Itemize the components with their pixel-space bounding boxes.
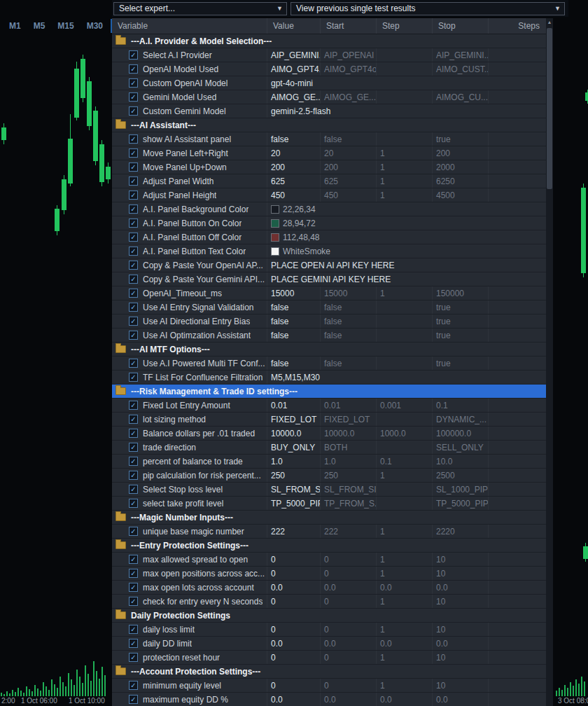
group-row[interactable]: ---Risk Management & Trade ID settings--… [112, 385, 546, 399]
group-row[interactable]: ---A.I. Provider & Model Selection--- [112, 34, 546, 48]
group-row[interactable]: Daily Protection Settings [112, 609, 546, 623]
param-row[interactable]: ✓Copy & Paste Your OpenAI AP...PLACE OPE… [112, 258, 546, 272]
group-row[interactable]: ---AI MTF Options--- [112, 342, 546, 357]
checkbox[interactable]: ✓ [129, 555, 138, 564]
checkbox[interactable]: ✓ [129, 176, 138, 186]
param-row[interactable]: ✓select take profit levelTP_5000_PIPSTP_… [112, 497, 546, 511]
checkbox[interactable]: ✓ [129, 583, 138, 592]
column-header-start[interactable]: Start [321, 18, 377, 34]
param-row[interactable]: ✓max open lots across account0.00.00.00.… [112, 581, 546, 595]
checkbox[interactable]: ✓ [129, 527, 138, 536]
checkbox[interactable]: ✓ [129, 78, 138, 88]
param-row[interactable]: ✓Fixed Lot Entry Amount0.010.010.0010.1 [112, 399, 546, 413]
scrollbar-thumb[interactable] [547, 28, 552, 189]
param-row[interactable]: ✓max open positions across acc...00110 [112, 567, 546, 581]
param-row[interactable]: ✓daily DD limit0.00.00.00.0 [112, 637, 546, 651]
param-row[interactable]: ✓daily loss limit00110 [112, 623, 546, 637]
column-header-variable[interactable]: Variable [112, 18, 267, 34]
view-results-dropdown[interactable]: View previous single test results ▼ [290, 2, 565, 15]
timeframe-button-m1[interactable]: M1 [4, 19, 26, 33]
checkbox[interactable]: ✓ [129, 92, 138, 102]
param-row[interactable]: ✓Custom Gemini Modelgemini-2.5-flash [112, 104, 546, 118]
checkbox[interactable]: ✓ [129, 443, 138, 452]
checkbox[interactable]: ✓ [129, 303, 138, 312]
checkbox[interactable]: ✓ [129, 247, 138, 256]
checkbox[interactable]: ✓ [129, 134, 138, 144]
checkbox[interactable]: ✓ [129, 64, 138, 74]
param-row[interactable]: ✓Use AI Optimzation Assistantfalsefalset… [112, 328, 546, 342]
checkbox[interactable]: ✓ [129, 317, 138, 326]
param-row[interactable]: ✓TF List For Confluence FiltrationM5,M15… [112, 371, 546, 385]
param-row[interactable]: ✓lot sizing methodFIXED_LOTFIXED_LOTDYNA… [112, 413, 546, 427]
checkbox[interactable]: ✓ [129, 485, 138, 494]
timeframe-button-m5[interactable]: M5 [29, 19, 50, 33]
column-header-steps[interactable]: Steps [489, 18, 546, 34]
param-row[interactable]: ✓Custom OpenAI Modelgpt-4o-mini [112, 76, 546, 90]
param-row[interactable]: ✓Copy & Paste Your Gemini API...PLACE GE… [112, 272, 546, 286]
param-row[interactable]: ✓protection reset hour00110 [112, 651, 546, 665]
param-row[interactable]: ✓A.I. Panel Button Off Color112,48,48 [112, 230, 546, 244]
param-row[interactable]: ✓pip calculation for risk percent...2502… [112, 469, 546, 483]
checkbox[interactable]: ✓ [129, 219, 138, 228]
group-row[interactable]: ---Account Protection Settings--- [112, 665, 546, 679]
param-row[interactable]: ✓trade directionBUY_ONLYBOTHSELL_ONLY [112, 441, 546, 455]
group-row[interactable]: ---Magic Number Inputs--- [112, 511, 546, 525]
checkbox[interactable]: ✓ [129, 625, 138, 634]
checkbox[interactable]: ✓ [129, 499, 138, 508]
checkbox[interactable]: ✓ [129, 401, 138, 410]
checkbox[interactable]: ✓ [129, 639, 138, 648]
param-row[interactable]: ✓Gemini Model UsedAIMOG_GE...AIMOG_GE...… [112, 90, 546, 104]
param-row[interactable]: ✓Adjust Panel Width62562516250 [112, 174, 546, 188]
param-row[interactable]: ✓minimum equity level00110 [112, 679, 546, 693]
timeframe-button-m30[interactable]: M30 [82, 19, 108, 33]
checkbox[interactable]: ✓ [129, 569, 138, 578]
param-row[interactable]: ✓A.I. Panel Button On Color28,94,72 [112, 216, 546, 230]
param-row[interactable]: ✓Use A.I Powered Multi TF Conf...falsefa… [112, 357, 546, 371]
param-row[interactable]: ✓show AI Assistant panelfalsefalsetrue [112, 132, 546, 146]
param-row[interactable]: ✓OpenAI Model UsedAIMO_GPT4...AIMO_GPT4o… [112, 62, 546, 76]
checkbox[interactable]: ✓ [129, 233, 138, 242]
checkbox[interactable]: ✓ [129, 275, 138, 284]
checkbox[interactable]: ✓ [129, 457, 138, 466]
param-row[interactable]: ✓Move Panel Up+Down20020012000 [112, 160, 546, 174]
checkbox[interactable]: ✓ [129, 695, 138, 704]
checkbox[interactable]: ✓ [129, 681, 138, 690]
param-row[interactable]: ✓check for entry every N seconds00110 [112, 595, 546, 609]
group-row[interactable]: ---AI Assistant--- [112, 118, 546, 132]
checkbox[interactable]: ✓ [129, 261, 138, 270]
checkbox[interactable]: ✓ [129, 162, 138, 172]
checkbox[interactable]: ✓ [129, 471, 138, 480]
param-row[interactable]: ✓Move Panel Left+Right20201200 [112, 146, 546, 160]
param-row[interactable]: ✓Balance dollars per .01 traded10000.010… [112, 427, 546, 441]
checkbox[interactable]: ✓ [129, 106, 138, 116]
param-row[interactable]: ✓Select A.I ProviderAIP_GEMINI...AIP_OPE… [112, 48, 546, 62]
checkbox[interactable]: ✓ [129, 50, 138, 60]
param-row[interactable]: ✓Adjust Panel Height45045014500 [112, 188, 546, 202]
param-row[interactable]: ✓unique base magic number22222212220 [112, 525, 546, 539]
checkbox[interactable]: ✓ [129, 205, 138, 214]
group-row[interactable]: ---Entry Protection Settings--- [112, 539, 546, 553]
param-row[interactable]: ✓Use AI Entry Signal Validationfalsefals… [112, 300, 546, 314]
column-header-stop[interactable]: Stop [433, 18, 489, 34]
checkbox[interactable]: ✓ [129, 289, 138, 298]
scrollbar[interactable]: ▲ [546, 18, 553, 706]
param-row[interactable]: ✓Use AI Directional Entry Biasfalsefalse… [112, 314, 546, 328]
checkbox[interactable]: ✓ [129, 331, 138, 340]
column-header-value[interactable]: Value [267, 18, 321, 34]
param-row[interactable]: ✓Select Stop loss levelSL_FROM_SI...SL_F… [112, 483, 546, 497]
checkbox[interactable]: ✓ [129, 597, 138, 606]
checkbox[interactable]: ✓ [129, 429, 138, 438]
param-row[interactable]: ✓A.I. Panel Button Text ColorWhiteSmoke [112, 244, 546, 258]
param-row[interactable]: ✓percent of balance to trade1.01.00.110.… [112, 455, 546, 469]
timeframe-button-m15[interactable]: M15 [52, 19, 78, 33]
checkbox[interactable]: ✓ [129, 148, 138, 158]
scroll-up-icon[interactable]: ▲ [546, 20, 553, 25]
param-row[interactable]: ✓max allowed spread to open00110 [112, 553, 546, 567]
param-row[interactable]: ✓maximum equity DD %0.00.00.00.0 [112, 693, 546, 706]
column-header-step[interactable]: Step [377, 18, 433, 34]
checkbox[interactable]: ✓ [129, 191, 138, 200]
checkbox[interactable]: ✓ [129, 373, 138, 382]
select-expert-dropdown[interactable]: Select expert... ▼ [113, 2, 287, 15]
checkbox[interactable]: ✓ [129, 359, 138, 368]
param-row[interactable]: ✓OpenAI_Timeout_ms15000150001150000 [112, 286, 546, 300]
